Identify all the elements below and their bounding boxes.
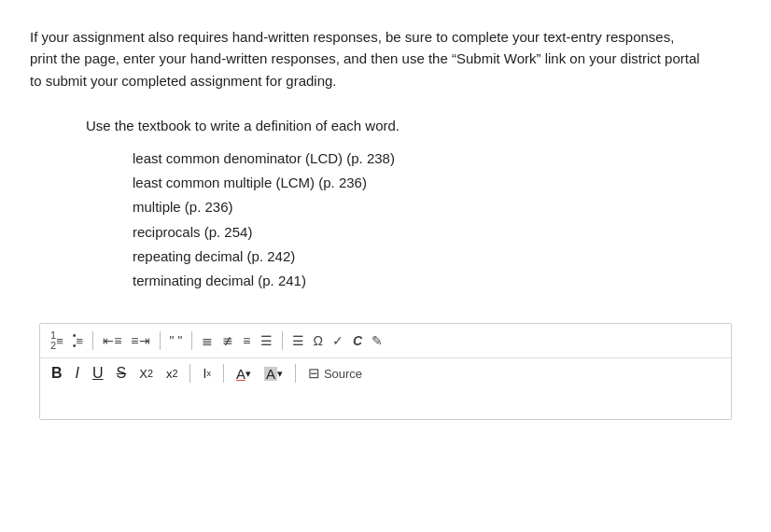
clear-format-button[interactable]: Ix (199, 365, 214, 382)
special-char-button[interactable]: Ω (311, 332, 326, 349)
toolbar-separator (282, 331, 283, 350)
toolbar-separator (223, 364, 224, 383)
toolbar-separator (191, 331, 192, 350)
toolbar-row-2: B I U S X2 x2 Ix A▾ A▾ ⊟ Source (40, 358, 731, 388)
rich-text-editor: 12≡ ••≡ ⇤≡ ≡⇥ " " ≣ ≢ ≡ (39, 323, 732, 420)
line-height-button[interactable]: ☰ (289, 332, 307, 349)
list-item: repeating decimal (p. 242) (133, 245, 741, 269)
list-item: least common multiple (LCM) (p. 236) (133, 171, 741, 195)
text-color-button[interactable]: A▾ (232, 365, 255, 383)
subscript-button[interactable]: X2 (135, 366, 157, 382)
underline-button[interactable]: U (89, 364, 107, 383)
source-label: Source (324, 367, 362, 381)
ordered-list-button[interactable]: 12≡ (48, 329, 66, 353)
list-item: least common denominator (LCD) (p. 238) (133, 147, 741, 171)
toolbar-separator (92, 331, 93, 350)
align-center-button[interactable]: ≢ (219, 332, 236, 349)
unordered-list-button[interactable]: ••≡ (70, 329, 86, 353)
decrease-indent-button[interactable]: ⇤≡ (100, 332, 124, 349)
align-justify-button[interactable]: ☰ (258, 332, 275, 349)
editor-body[interactable] (40, 388, 731, 419)
instruction-heading: Use the textbook to write a definition o… (86, 118, 741, 133)
highlight-color-button[interactable]: A▾ (260, 365, 287, 383)
list-item: reciprocals (p. 254) (133, 220, 741, 245)
superscript-button[interactable]: x2 (162, 366, 182, 382)
toolbar-separator (189, 364, 190, 383)
source-button[interactable]: ⊟ Source (304, 363, 366, 384)
increase-indent-button[interactable]: ≡⇥ (128, 332, 152, 349)
copyright-button[interactable]: C (350, 332, 365, 349)
align-right-button[interactable]: ≡ (240, 332, 253, 349)
pencil-button[interactable]: ✎ (369, 332, 386, 349)
strikethrough-button[interactable]: S (113, 364, 131, 383)
vocab-list: least common denominator (LCD) (p. 238) … (133, 147, 741, 294)
italic-button[interactable]: I (72, 364, 83, 383)
bold-button[interactable]: B (48, 364, 66, 383)
list-item: terminating decimal (p. 241) (133, 269, 741, 293)
intro-paragraph: If your assignment also requires hand-wr… (30, 26, 702, 91)
toolbar-row-1: 12≡ ••≡ ⇤≡ ≡⇥ " " ≣ ≢ ≡ (40, 324, 731, 358)
toolbar-separator (295, 364, 296, 383)
blockquote-button[interactable]: " " (167, 332, 186, 349)
align-left-button[interactable]: ≣ (199, 332, 216, 349)
toolbar-separator (160, 331, 161, 350)
checkmark-button[interactable]: ✓ (329, 332, 346, 349)
list-item: multiple (p. 236) (133, 195, 741, 219)
source-icon: ⊟ (308, 365, 320, 382)
